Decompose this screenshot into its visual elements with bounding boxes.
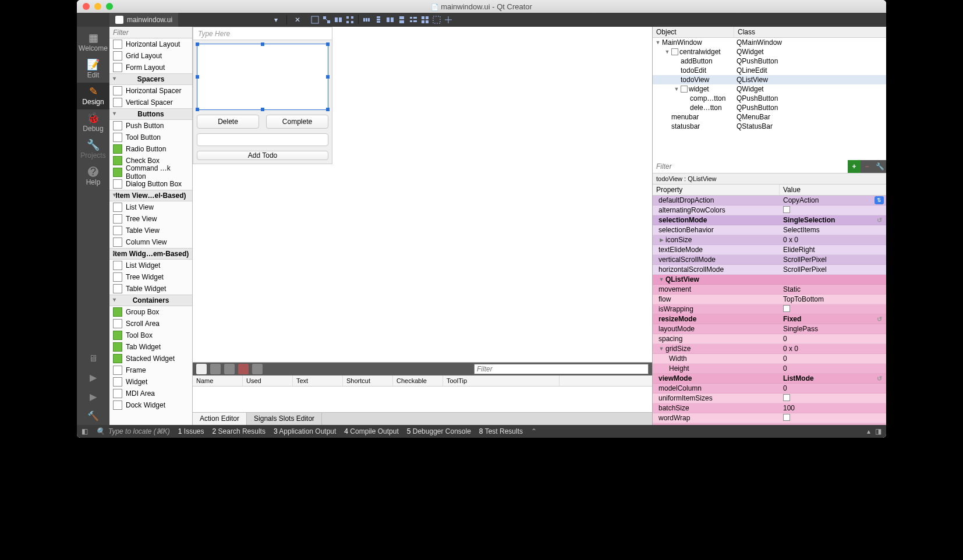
object-tree-row[interactable]: ▼centralwidgetQWidget — [653, 47, 886, 56]
widgetbox-item[interactable]: Tool Box — [109, 329, 192, 341]
window-minimize-button[interactable] — [94, 3, 101, 10]
widgetbox-category[interactable]: Item View…el-Based) — [109, 190, 192, 201]
widgetbox-item[interactable]: Radio Button — [109, 143, 192, 155]
object-tree-row[interactable]: statusbarQStatusBar — [653, 122, 886, 131]
output-pane-button[interactable]: 3 Application Output — [274, 427, 336, 435]
action-column-header[interactable]: Used — [243, 375, 293, 386]
mode-design[interactable]: ✎Design — [77, 83, 109, 109]
object-tree-row[interactable]: todoViewQListView — [653, 75, 886, 84]
widgetbox-item[interactable]: Tool Button — [109, 132, 192, 143]
locator[interactable]: 🔍 Type to locate (⌘K) — [96, 427, 170, 435]
todo-lineedit[interactable] — [197, 133, 328, 146]
widgetbox-item[interactable]: Horizontal Layout — [109, 38, 192, 50]
edit-buddies-icon[interactable] — [333, 15, 344, 25]
widgetbox-item[interactable]: Table View — [109, 225, 192, 236]
widgetbox-item[interactable]: Form Layout — [109, 62, 192, 73]
action-column-header[interactable]: ToolTip — [443, 375, 560, 386]
widgetbox-item[interactable]: Push Button — [109, 120, 192, 132]
layout-horizontal-icon[interactable] — [362, 15, 372, 25]
action-column-header[interactable]: Shortcut — [343, 375, 393, 386]
disclosure-icon[interactable]: ▼ — [658, 346, 664, 352]
configure-property-button[interactable]: 🔧 — [873, 160, 886, 173]
copy-action-icon[interactable] — [210, 364, 221, 374]
property-row[interactable]: spacing0 — [653, 334, 886, 344]
widgetbox-category[interactable]: Buttons — [109, 108, 192, 120]
window-close-button[interactable] — [83, 3, 90, 10]
layout-vertical-icon[interactable] — [373, 15, 384, 25]
edit-widgets-icon[interactable] — [310, 15, 320, 25]
object-tree-row[interactable]: todoEditQLineEdit — [653, 66, 886, 75]
delete-action-icon[interactable] — [238, 364, 249, 374]
reset-property-icon[interactable]: ↺ — [877, 217, 885, 225]
checkbox[interactable] — [783, 206, 790, 213]
mode-welcome[interactable]: ▦Welcome — [77, 29, 109, 56]
output-pane-button[interactable]: 1 Issues — [178, 427, 204, 435]
layout-split-h-icon[interactable] — [385, 15, 395, 25]
property-row[interactable]: wordWrap — [653, 413, 886, 423]
design-canvas[interactable]: Type Here Delete Complete — [193, 27, 652, 362]
adjust-size-icon[interactable] — [443, 15, 454, 25]
property-row[interactable]: verticalScrollModeScrollPerPixel — [653, 255, 886, 265]
delete-button[interactable]: Delete — [197, 115, 259, 129]
property-row[interactable]: uniformItemSizes — [653, 394, 886, 403]
edit-signals-icon[interactable] — [321, 15, 332, 25]
widgetbox-item[interactable]: Horizontal Spacer — [109, 85, 192, 97]
paste-action-icon[interactable] — [224, 364, 235, 374]
property-row[interactable]: textElideModeElideRight — [653, 245, 886, 255]
widgetbox-item[interactable]: Column View — [109, 236, 192, 248]
close-document-icon[interactable]: ✕ — [292, 15, 303, 25]
property-row[interactable]: movementStatic — [653, 285, 886, 295]
widgetbox-item[interactable]: List View — [109, 201, 192, 213]
widgetbox-item[interactable]: Grid Layout — [109, 50, 192, 62]
run-icon[interactable]: ▶ — [90, 372, 97, 383]
run-debug-icon[interactable]: ▶ — [90, 391, 97, 402]
object-tree-row[interactable]: dele…ttonQPushButton — [653, 103, 886, 112]
output-pane-button[interactable]: 4 Compile Output — [344, 427, 398, 435]
mode-projects[interactable]: 🔧Projects — [77, 136, 109, 163]
add-todo-button[interactable]: Add Todo — [197, 151, 328, 160]
property-row[interactable]: isWrapping — [653, 304, 886, 314]
property-row[interactable]: flowTopToBottom — [653, 295, 886, 304]
object-tree[interactable]: ▼MainWindowQMainWindow▼centralwidgetQWid… — [653, 38, 886, 131]
checkbox[interactable] — [783, 394, 790, 401]
checkbox[interactable] — [783, 414, 790, 421]
add-property-button[interactable]: + — [848, 160, 861, 173]
widgetbox-item[interactable]: Tree Widget — [109, 271, 192, 283]
mode-edit[interactable]: 📝Edit — [77, 56, 109, 83]
property-row[interactable]: Width0 — [653, 354, 886, 364]
close-pane-icon[interactable]: ▴ — [867, 427, 870, 435]
widgetbox-item[interactable]: Dialog Button Box — [109, 178, 192, 190]
action-column-header[interactable]: Checkable — [393, 375, 443, 386]
dropdown-icon[interactable]: ▾ — [271, 15, 281, 25]
property-row[interactable]: resizeModeFixed↺ — [653, 314, 886, 324]
object-tree-row[interactable]: comp…ttonQPushButton — [653, 94, 886, 103]
property-list[interactable]: defaultDropActionCopyAction⇅alternatingR… — [653, 196, 886, 425]
property-row[interactable]: selectionBehaviorSelectItems — [653, 225, 886, 235]
reset-property-icon[interactable]: ↺ — [877, 375, 885, 383]
split-icon[interactable]: ◨ — [875, 427, 881, 435]
form-menubar-hint[interactable]: Type Here — [193, 27, 332, 40]
window-maximize-button[interactable] — [106, 3, 113, 10]
property-row[interactable]: selectionModeSingleSelection↺ — [653, 215, 886, 225]
widgetbox-filter-input[interactable] — [109, 27, 192, 38]
tab-signals-slots[interactable]: Signals Slots Editor — [247, 413, 322, 425]
property-row[interactable]: batchSize100 — [653, 403, 886, 413]
disclosure-icon[interactable]: ▼ — [658, 277, 664, 282]
disclosure-icon[interactable]: ▶ — [658, 237, 664, 243]
file-tab[interactable]: mainwindow.ui — [109, 13, 178, 27]
mode-help[interactable]: ?Help — [77, 163, 109, 190]
widgetbox-item[interactable]: MDI Area — [109, 388, 192, 399]
disclosure-icon[interactable]: ▼ — [664, 49, 670, 55]
property-row[interactable]: ▶iconSize0 x 0 — [653, 235, 886, 245]
widgetbox-category[interactable]: Item Widg…em-Based) — [109, 248, 192, 260]
remove-property-button[interactable]: − — [861, 160, 873, 173]
edit-taborder-icon[interactable] — [345, 15, 355, 25]
disclosure-icon[interactable]: ▼ — [674, 86, 679, 92]
property-filter-input[interactable] — [653, 160, 848, 173]
property-row[interactable]: defaultDropActionCopyAction⇅ — [653, 196, 886, 205]
action-column-header[interactable]: Text — [293, 375, 343, 386]
widgetbox-category[interactable]: Spacers — [109, 73, 192, 85]
layout-form-icon[interactable] — [408, 15, 419, 25]
widgetbox-item[interactable]: Vertical Spacer — [109, 97, 192, 108]
property-row[interactable]: Height0 — [653, 364, 886, 374]
